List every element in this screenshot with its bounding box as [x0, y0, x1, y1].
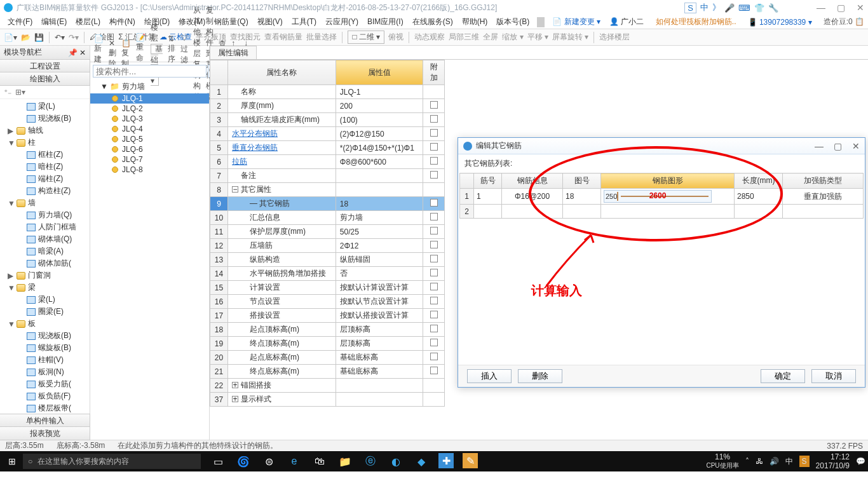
leftnav-tool-icon[interactable]: ⁺₋: [4, 88, 11, 97]
property-row[interactable]: 16节点设置按默认节点设置计算: [210, 295, 445, 309]
property-row[interactable]: 13纵筋构造纵筋锚固: [210, 253, 445, 267]
tb-view-rebar[interactable]: 查看钢筋量: [264, 32, 302, 43]
component-item[interactable]: JLQ-6: [90, 144, 209, 154]
property-row[interactable]: 2厚度(mm)200: [210, 99, 445, 113]
tree-item[interactable]: 砌体加筋(: [0, 257, 90, 269]
tree-item[interactable]: 现浇板(B): [0, 112, 90, 125]
maximize-button[interactable]: ▢: [837, 3, 845, 13]
tree-item[interactable]: 板负筋(F): [0, 390, 90, 402]
app-icon-6[interactable]: ✎: [463, 453, 478, 468]
property-row[interactable]: 5垂直分布钢筋*(2)Φ14@150+*(1)Φ1: [210, 141, 445, 155]
tree-group[interactable]: ▼ 📁 剪力墙: [90, 80, 209, 93]
menu-edit[interactable]: 编辑(E): [37, 15, 71, 29]
tb-top[interactable]: 俯视: [388, 32, 403, 43]
popup-min-button[interactable]: —: [815, 141, 824, 151]
app-icon-3[interactable]: ◐: [388, 453, 404, 470]
ime-bar[interactable]: S 中 》 🎤 ⌨ 👕 🔧: [684, 2, 778, 13]
component-item[interactable]: JLQ-1: [90, 93, 209, 104]
tray-s-icon[interactable]: S: [799, 456, 810, 467]
tray-net-icon[interactable]: 🖧: [756, 457, 763, 466]
tb-dyn[interactable]: 动态观察: [414, 32, 445, 43]
new-change-button[interactable]: 📄 新建变更 ▾: [548, 15, 604, 29]
tree-item[interactable]: ▼墙: [0, 197, 90, 209]
tree-item[interactable]: 端柱(Z): [0, 173, 90, 185]
property-row[interactable]: 15计算设置按默认计算设置计算: [210, 281, 445, 295]
tree-item[interactable]: 剪力墙(Q): [0, 209, 90, 221]
tb-undo-icon[interactable]: ↶▾: [55, 33, 65, 42]
tree-item[interactable]: 人防门框墙: [0, 221, 90, 233]
tb-batch[interactable]: 批量选择: [306, 32, 337, 43]
tree-item[interactable]: ▶门窗洞: [0, 269, 90, 281]
leftnav-tab-single[interactable]: 单构件输入: [0, 414, 90, 428]
explorer-icon[interactable]: 📁: [337, 453, 353, 470]
store-icon[interactable]: 🛍: [311, 453, 328, 470]
component-item[interactable]: JLQ-4: [90, 124, 209, 134]
property-row[interactable]: 17搭接设置按默认搭接设置计算: [210, 309, 445, 323]
app-icon-5[interactable]: ✚: [438, 453, 454, 468]
property-table[interactable]: 属性名称属性值附加1名称JLQ-12厚度(mm)2003轴线距左墙皮距离(mm)…: [210, 60, 445, 407]
menu-version[interactable]: 版本号(B): [492, 15, 533, 29]
phone-label[interactable]: 📱 13907298339 ▾: [748, 18, 812, 27]
popup-close-button[interactable]: ✕: [852, 141, 860, 151]
property-row[interactable]: 9— 其它钢筋18: [210, 197, 445, 211]
tree-item[interactable]: 圈梁(E): [0, 306, 90, 318]
menu-bim[interactable]: BIM应用(I): [363, 15, 407, 29]
property-row[interactable]: 20起点底标高(m)基础底标高: [210, 351, 445, 365]
tree-item[interactable]: 梁(L): [0, 100, 90, 112]
property-row[interactable]: 6拉筋Φ8@600*600: [210, 155, 445, 169]
ok-button[interactable]: 确定: [761, 369, 805, 383]
tray-up-icon[interactable]: ˄: [745, 457, 749, 466]
property-row[interactable]: 11保护层厚度(mm)50/25: [210, 225, 445, 239]
menu-floor[interactable]: 楼层(L): [72, 15, 104, 29]
component-item[interactable]: JLQ-5: [90, 134, 209, 144]
component-item[interactable]: JLQ-8: [90, 165, 209, 175]
tray-vol-icon[interactable]: 🔊: [770, 457, 779, 466]
tb-redo-icon[interactable]: ↷▾: [69, 33, 79, 42]
tb-selfloor[interactable]: 选择楼层: [599, 32, 630, 43]
property-row[interactable]: 10汇总信息剪力墙: [210, 211, 445, 225]
tb-open-icon[interactable]: 📂: [21, 33, 31, 42]
menu-tool[interactable]: 工具(T): [288, 15, 320, 29]
app-icon-1[interactable]: 🌀: [235, 453, 252, 470]
taskbar-search[interactable]: ○ 在这里输入你要搜索的内容: [23, 454, 201, 469]
menu-cloud[interactable]: 云应用(Y): [322, 15, 362, 29]
tree-item[interactable]: 框柱(Z): [0, 149, 90, 161]
rebar-row[interactable]: 2: [460, 205, 864, 219]
leftnav-pin-icon[interactable]: 📌 ✕: [68, 48, 86, 57]
tray-notif-icon[interactable]: 💬: [856, 457, 865, 466]
tb-full[interactable]: 全屏: [483, 32, 498, 43]
app-icon-4[interactable]: ◆: [413, 453, 430, 470]
property-row[interactable]: 21终点底标高(m)基础底标高: [210, 365, 445, 379]
menu-modify[interactable]: 修改(M): [175, 15, 209, 29]
tree-item[interactable]: 构造柱(Z): [0, 185, 90, 197]
property-row[interactable]: 12压墙筋2Φ12: [210, 239, 445, 253]
tree-item[interactable]: ▼柱: [0, 137, 90, 149]
property-row[interactable]: 7备注: [210, 169, 445, 183]
tree-item[interactable]: ▶轴线: [0, 125, 90, 137]
tb-save-icon[interactable]: 💾: [34, 33, 44, 42]
taskview-icon[interactable]: ▭: [210, 453, 226, 470]
component-item[interactable]: JLQ-3: [90, 114, 209, 124]
cpu-meter[interactable]: 11%CPU使用率: [706, 453, 738, 470]
property-row[interactable]: 3轴线距左墙皮距离(mm)(100): [210, 113, 445, 127]
delete-button[interactable]: 删除: [518, 369, 562, 383]
tree-item[interactable]: 砌体墙(Q): [0, 233, 90, 245]
close-button[interactable]: ✕: [857, 3, 864, 13]
tree-item[interactable]: 螺旋板(B): [0, 342, 90, 354]
leftnav-tab-project[interactable]: 工程设置: [0, 59, 90, 73]
property-row[interactable]: 8−其它属性: [210, 183, 445, 197]
tb-new-icon[interactable]: 📄▾: [4, 33, 17, 42]
tb-rot[interactable]: 屏幕旋转 ▾: [552, 32, 588, 43]
ie-icon[interactable]: ⓔ: [362, 453, 379, 470]
tab-property[interactable]: 属性编辑: [210, 46, 257, 59]
menu-file[interactable]: 文件(F): [4, 15, 36, 29]
tip-link[interactable]: 如何处理筏板附加钢筋..: [656, 17, 736, 27]
menu-online[interactable]: 在线服务(S): [409, 15, 457, 29]
tb-zoom[interactable]: 缩放 ▾: [502, 32, 523, 43]
tree-item[interactable]: 暗梁(A): [0, 245, 90, 257]
tree-item[interactable]: 板受力筋(: [0, 378, 90, 390]
insert-button[interactable]: 插入: [467, 369, 512, 383]
popup-max-button[interactable]: ▢: [834, 141, 842, 151]
property-row[interactable]: 19终点顶标高(m)层顶标高: [210, 337, 445, 351]
property-row[interactable]: 22+锚固搭接: [210, 379, 445, 393]
